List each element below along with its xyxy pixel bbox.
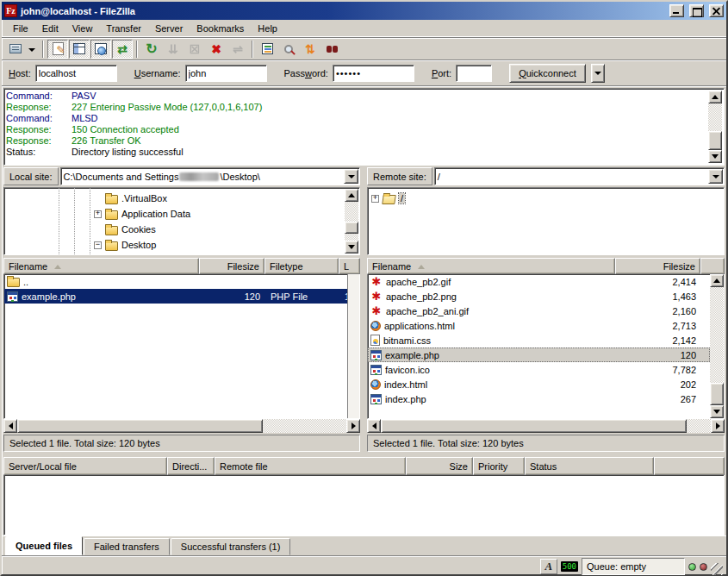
file-row-example-php[interactable]: example.php 120 bbox=[368, 347, 710, 362]
local-file-list[interactable]: .. example.php 120 PHP File 1 bbox=[3, 274, 360, 419]
column-header-status[interactable]: Status bbox=[525, 457, 654, 475]
username-input[interactable] bbox=[185, 65, 267, 82]
tree-item-cookies[interactable]: Cookies bbox=[94, 222, 156, 237]
tree-item-virtualbox[interactable]: .VirtualBox bbox=[94, 191, 167, 206]
site-manager-icon[interactable] bbox=[5, 40, 26, 59]
remote-file-list[interactable]: apache_pb2.gif 2,414 apache_pb2.png 1,46… bbox=[367, 274, 725, 419]
close-button[interactable] bbox=[709, 4, 724, 17]
column-header-direction[interactable]: Directi... bbox=[167, 457, 215, 475]
toggle-remote-tree-icon[interactable] bbox=[90, 40, 111, 59]
toggle-local-tree-icon[interactable] bbox=[69, 40, 90, 59]
expand-minus-icon[interactable]: − bbox=[94, 241, 102, 249]
scroll-thumb[interactable] bbox=[381, 419, 687, 433]
file-row[interactable]: applications.html 2,713 bbox=[368, 318, 710, 333]
host-input[interactable] bbox=[35, 65, 117, 82]
file-row-example-php[interactable]: example.php 120 PHP File 1 bbox=[4, 289, 359, 304]
scroll-up-icon[interactable] bbox=[710, 274, 724, 287]
tab-failed-transfers[interactable]: Failed transfers bbox=[84, 538, 170, 555]
minimize-button[interactable] bbox=[669, 4, 684, 17]
scroll-thumb[interactable] bbox=[710, 383, 724, 405]
log-scrollbar[interactable] bbox=[708, 91, 722, 163]
expand-plus-icon[interactable]: + bbox=[371, 195, 379, 203]
site-manager-dropdown-icon[interactable] bbox=[28, 48, 35, 55]
tree-item-application-data[interactable]: + Application Data bbox=[94, 206, 190, 222]
queue-body[interactable] bbox=[3, 475, 725, 535]
scroll-up-icon[interactable] bbox=[708, 91, 722, 103]
scroll-left-icon[interactable] bbox=[367, 419, 381, 433]
port-input[interactable] bbox=[456, 65, 492, 82]
remote-list-scrollbar[interactable] bbox=[710, 274, 724, 418]
local-site-combobox[interactable]: C:\Documents and Settings\Desktop\ bbox=[60, 167, 360, 185]
password-input[interactable] bbox=[333, 65, 414, 82]
scroll-right-icon[interactable] bbox=[711, 419, 725, 433]
remote-list-hscrollbar[interactable] bbox=[367, 419, 725, 433]
file-row[interactable]: bitnami.css 2,142 bbox=[368, 333, 710, 347]
remote-directory-tree[interactable]: + / bbox=[367, 187, 725, 255]
column-header-filetype[interactable]: Filetype bbox=[264, 258, 339, 274]
reconnect-icon[interactable]: ⇌ bbox=[227, 40, 248, 59]
remote-site-label: Remote site: bbox=[367, 167, 432, 185]
resize-grip[interactable] bbox=[711, 563, 723, 575]
speed-limit-icon[interactable]: 500 bbox=[561, 561, 578, 572]
combo-dropdown-icon[interactable] bbox=[344, 169, 358, 184]
menu-transfer[interactable]: Transfer bbox=[100, 22, 147, 35]
column-header-filesize[interactable]: Filesize bbox=[199, 258, 264, 274]
file-row-parent-dir[interactable]: .. bbox=[4, 274, 359, 289]
directory-filters-icon[interactable] bbox=[257, 40, 277, 59]
quickconnect-button[interactable]: Quickconnect bbox=[509, 64, 586, 83]
maximize-button[interactable] bbox=[689, 4, 704, 17]
find-files-icon[interactable] bbox=[321, 40, 342, 59]
scroll-down-icon[interactable] bbox=[708, 150, 722, 163]
column-header-last-modified[interactable]: L bbox=[339, 258, 360, 274]
scroll-down-icon[interactable] bbox=[710, 405, 724, 418]
directory-comparison-icon[interactable] bbox=[278, 40, 299, 59]
scroll-down-icon[interactable] bbox=[345, 241, 358, 254]
tab-successful-transfers[interactable]: Successful transfers (1) bbox=[171, 538, 291, 555]
scroll-thumb[interactable] bbox=[708, 131, 722, 150]
local-list-scrollbar[interactable] bbox=[347, 274, 359, 418]
column-header-size[interactable]: Size bbox=[406, 457, 473, 475]
synchronized-browsing-icon[interactable]: ⇅ bbox=[300, 40, 320, 59]
scroll-up-icon[interactable] bbox=[345, 189, 358, 202]
scroll-right-icon[interactable] bbox=[346, 419, 360, 433]
quickconnect-dropdown-icon[interactable] bbox=[591, 64, 605, 83]
tab-queued-files[interactable]: Queued files bbox=[5, 536, 83, 555]
data-type-ascii-icon[interactable]: A bbox=[540, 559, 557, 574]
column-header-remote-file[interactable]: Remote file bbox=[215, 457, 406, 475]
process-queue-icon[interactable]: ⇊ bbox=[163, 40, 184, 59]
file-row[interactable]: apache_pb2_ani.gif 2,160 bbox=[368, 304, 710, 318]
menu-server[interactable]: Server bbox=[149, 22, 189, 35]
column-header-priority[interactable]: Priority bbox=[473, 457, 525, 475]
local-list-hscrollbar[interactable] bbox=[3, 419, 360, 433]
file-row[interactable]: apache_pb2.png 1,463 bbox=[368, 289, 710, 304]
menu-help[interactable]: Help bbox=[252, 22, 283, 35]
menu-view[interactable]: View bbox=[66, 22, 99, 35]
column-header-filename[interactable]: Filename bbox=[367, 258, 615, 274]
file-row[interactable]: apache_pb2.gif 2,414 bbox=[368, 274, 710, 289]
scroll-thumb[interactable] bbox=[17, 419, 263, 433]
local-tree-scrollbar[interactable] bbox=[345, 189, 358, 254]
scroll-thumb[interactable] bbox=[345, 222, 358, 234]
tree-item-root[interactable]: + / bbox=[371, 191, 405, 206]
menu-bookmarks[interactable]: Bookmarks bbox=[190, 22, 250, 35]
title-bar[interactable]: Fz john@localhost - FileZilla bbox=[2, 2, 726, 20]
cancel-operation-icon[interactable]: ☒ bbox=[184, 40, 205, 59]
scroll-left-icon[interactable] bbox=[3, 419, 17, 433]
expand-plus-icon[interactable]: + bbox=[94, 210, 102, 218]
tree-item-desktop[interactable]: − Desktop bbox=[94, 237, 156, 253]
menu-file[interactable]: File bbox=[7, 22, 34, 35]
column-header-filesize[interactable]: Filesize bbox=[615, 258, 700, 274]
column-header-filename[interactable]: Filename bbox=[3, 258, 199, 274]
local-directory-tree[interactable]: .VirtualBox + Application Data Cookies −… bbox=[3, 187, 360, 255]
file-row[interactable]: favicon.ico 7,782 bbox=[368, 362, 710, 377]
toggle-log-view-icon[interactable] bbox=[47, 40, 68, 59]
refresh-icon[interactable]: ↻ bbox=[141, 40, 162, 59]
menu-edit[interactable]: Edit bbox=[36, 22, 65, 35]
remote-site-combobox[interactable]: / bbox=[434, 167, 725, 185]
file-row[interactable]: index.html 202 bbox=[368, 377, 710, 391]
column-header-server-local-file[interactable]: Server/Local file bbox=[3, 457, 167, 475]
disconnect-icon[interactable]: ✖ bbox=[206, 40, 227, 59]
toggle-queue-view-icon[interactable]: ⇄ bbox=[112, 40, 133, 59]
combo-dropdown-icon[interactable] bbox=[708, 169, 723, 184]
file-row[interactable]: index.php 267 bbox=[368, 391, 710, 406]
